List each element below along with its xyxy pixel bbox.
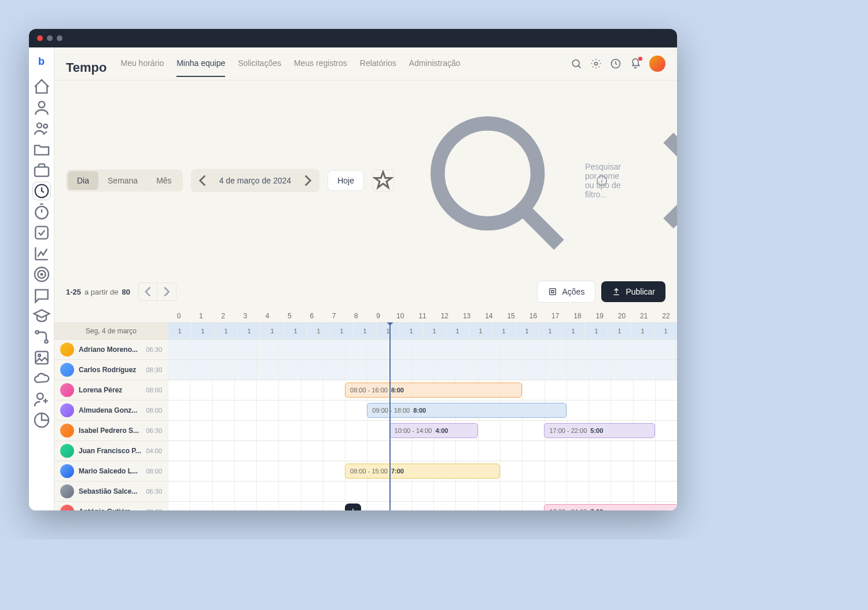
pagination-info: 1-25 a partir de 80 — [66, 288, 130, 296]
hour-label: 9 — [367, 310, 389, 322]
timeline[interactable] — [168, 441, 677, 461]
team-icon[interactable] — [32, 119, 51, 138]
publish-button[interactable]: Publicar — [601, 281, 665, 302]
person-time: 08:00 — [146, 407, 162, 414]
user-avatar[interactable] — [649, 56, 665, 72]
date-row: Seg, 4 de março 1111111111111111111111 — [54, 322, 677, 340]
svg-point-0 — [38, 101, 45, 108]
person-row: Isabel Pedrero S... 06:3010:00 - 14:004:… — [54, 421, 677, 441]
home-icon[interactable] — [32, 78, 51, 96]
nav-tabs: Meu horárioMinha equipeSolicitaçõesMeus … — [120, 58, 557, 77]
timeline[interactable]: 08:00 - 15:007:00 — [168, 461, 677, 481]
prev-date[interactable] — [193, 171, 212, 190]
shift-block[interactable]: 10:00 - 14:004:00 — [389, 423, 478, 438]
settings-icon[interactable] — [590, 58, 602, 69]
person-row: António Gutiérr... 08:3017:00 - 24:007:0… — [54, 502, 677, 510]
close-window[interactable] — [37, 35, 43, 41]
shift-duration: 7:00 — [590, 508, 603, 510]
timeline[interactable] — [168, 360, 677, 380]
search-icon[interactable] — [571, 58, 582, 69]
hour-label: 1 — [190, 310, 212, 322]
timeline[interactable]: 09:00 - 18:008:00 — [168, 400, 677, 420]
person-row: Sebastião Salce... 06:30 — [54, 482, 677, 502]
maximize-window[interactable] — [57, 35, 62, 41]
shift-block[interactable]: 09:00 - 18:008:00 — [367, 403, 566, 418]
person-row: Juan Francisco P... 04:00 — [54, 441, 677, 461]
message-icon[interactable] — [32, 286, 51, 304]
minimize-window[interactable] — [47, 35, 53, 41]
timeline[interactable]: 08:00 - 16:008:00 — [168, 380, 677, 400]
pie-icon[interactable] — [32, 411, 51, 429]
person-time: 08:00 — [146, 468, 162, 475]
shift-time: 17:00 - 24:00 — [549, 508, 587, 510]
image-icon[interactable] — [32, 348, 51, 367]
education-icon[interactable] — [32, 307, 51, 325]
target-icon[interactable] — [32, 265, 51, 284]
svg-rect-6 — [35, 226, 47, 238]
person-name: Isabel Pedrero S... — [79, 427, 141, 435]
flow-icon[interactable] — [32, 328, 51, 346]
nav-tab[interactable]: Meu horário — [120, 58, 164, 77]
today-button[interactable]: Hoje — [328, 170, 364, 191]
next-date[interactable] — [298, 171, 318, 190]
nav-tab[interactable]: Administração — [409, 58, 461, 77]
favorite-button[interactable] — [372, 170, 394, 192]
shift-duration: 8:00 — [413, 407, 426, 414]
check-icon[interactable] — [32, 223, 51, 242]
view-button[interactable]: Mês — [147, 171, 181, 190]
briefcase-icon[interactable] — [32, 161, 51, 179]
sidebar-rail: b — [29, 47, 54, 510]
subheader: 1-25 a partir de 80 Ações Publicar — [54, 281, 677, 310]
timeline[interactable] — [168, 482, 677, 501]
shift-block[interactable]: 17:00 - 22:005:00 — [544, 423, 654, 438]
actions-button[interactable]: Ações — [537, 281, 595, 303]
nav-tab[interactable]: Minha equipe — [176, 58, 225, 77]
person-avatar — [60, 464, 74, 478]
count-cell: 1 — [307, 323, 330, 339]
hour-label: 17 — [545, 310, 567, 322]
view-button[interactable]: Dia — [68, 171, 98, 190]
nav-tab[interactable]: Meus registros — [294, 58, 347, 77]
shift-duration: 7:00 — [391, 468, 404, 475]
user-icon[interactable] — [32, 98, 51, 117]
count-cell: 1 — [469, 323, 492, 339]
count-cell: 1 — [168, 323, 191, 339]
folder-icon[interactable] — [32, 140, 51, 159]
current-date: 4 de março de 2024 — [212, 176, 299, 185]
search-input[interactable]: Pesquisar por nome ou tipo de filtro... — [402, 90, 587, 271]
clock-icon[interactable] — [32, 182, 51, 200]
nav-tab[interactable]: Relatórios — [360, 58, 396, 77]
toolbar: DiaSemanaMês 4 de março de 2024 Hoje Pes… — [54, 80, 677, 281]
shift-duration: 4:00 — [435, 427, 448, 434]
count-cell: 1 — [538, 323, 561, 339]
timeline[interactable]: 17:00 - 24:007:00+ — [168, 502, 677, 510]
shift-duration: 5:00 — [590, 427, 603, 434]
shift-block[interactable]: 08:00 - 16:008:00 — [345, 383, 522, 398]
next-page[interactable] — [157, 283, 176, 300]
app-window: b Tempo Meu horárioMinha equipeSolicitaç… — [29, 29, 677, 510]
schedule-grid: 012345678910111213141516171819202122 Seg… — [54, 310, 677, 510]
hour-label: 12 — [433, 310, 455, 322]
svg-point-13 — [38, 354, 41, 357]
shift-block[interactable]: 17:00 - 24:007:00 — [544, 504, 677, 510]
hour-header: 012345678910111213141516171819202122 — [54, 310, 677, 322]
timeline[interactable]: 10:00 - 14:004:0017:00 - 22:005:00 — [168, 421, 677, 440]
app-logo[interactable]: b — [34, 53, 50, 69]
bell-icon[interactable] — [630, 58, 641, 69]
timeline[interactable] — [168, 340, 677, 359]
timer-icon[interactable] — [32, 203, 51, 221]
hour-label: 22 — [655, 310, 677, 322]
nav-tab[interactable]: Solicitações — [238, 58, 281, 77]
view-button[interactable]: Semana — [98, 171, 147, 190]
add-user-icon[interactable] — [32, 390, 51, 409]
person-name: Adriano Moreno... — [79, 346, 141, 354]
prev-page[interactable] — [139, 283, 157, 300]
shift-block[interactable]: 08:00 - 15:007:00 — [345, 464, 500, 479]
chart-icon[interactable] — [32, 244, 51, 263]
cloud-icon[interactable] — [32, 369, 51, 388]
count-cell: 1 — [561, 323, 584, 339]
activity-icon[interactable] — [610, 58, 621, 69]
person-name: Sebastião Salce... — [79, 487, 141, 495]
hour-label: 0 — [168, 310, 190, 322]
shift-time: 10:00 - 14:00 — [395, 427, 432, 434]
